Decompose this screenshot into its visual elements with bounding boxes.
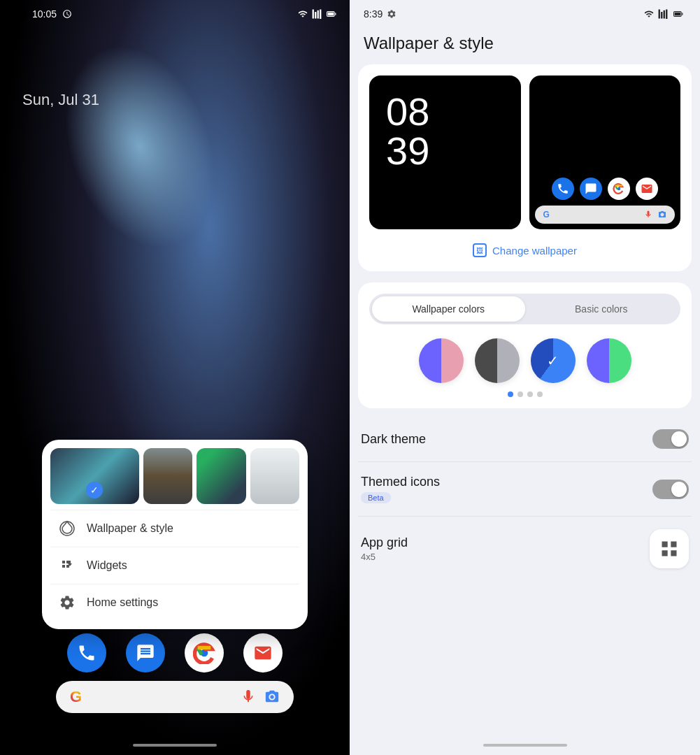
signal-icon	[312, 9, 322, 19]
mini-search-bar: G	[535, 206, 676, 224]
lock-screen-preview: 0839	[369, 76, 521, 229]
thumb-check: ✓	[86, 482, 103, 498]
app-grid-label-group: App grid 4x5	[361, 535, 408, 562]
mini-app-row	[535, 178, 676, 200]
app-row	[67, 633, 283, 673]
app-grid-icon	[650, 529, 689, 568]
tab-basic-colors[interactable]: Basic colors	[525, 296, 678, 322]
context-menu: ✓ Wallpaper & style Widgets Home setting…	[42, 440, 308, 629]
thumb-2[interactable]	[143, 448, 192, 504]
google-logo: G	[70, 688, 82, 706]
wallpaper-preview-card: 0839	[358, 64, 692, 271]
alarm-icon	[62, 9, 72, 19]
color-swatch-2[interactable]	[475, 338, 520, 383]
dark-theme-label-group: Dark theme	[361, 432, 426, 447]
dot-2	[517, 391, 523, 397]
thumb-4[interactable]	[250, 448, 299, 504]
gmail-app-icon[interactable]	[243, 633, 283, 673]
themed-icons-label-group: Themed icons Beta	[361, 475, 440, 503]
themed-icons-row: Themed icons Beta	[358, 462, 692, 517]
menu-item-home-settings[interactable]: Home settings	[50, 584, 299, 621]
messages-app-icon[interactable]	[126, 633, 165, 673]
color-swatches: ✓	[369, 338, 680, 383]
camera-dot	[11, 6, 27, 22]
left-date: Sun, Jul 31	[22, 91, 99, 109]
swatch-selected-check: ✓	[531, 338, 576, 383]
wallpaper-thumbnails: ✓	[50, 448, 299, 504]
color-tabs: Wallpaper colors Basic colors	[369, 294, 680, 324]
beta-badge: Beta	[361, 492, 391, 503]
page-title: Wallpaper & style	[350, 28, 700, 64]
app-grid-label: App grid	[361, 535, 408, 550]
menu-item-widgets[interactable]: Widgets	[50, 547, 299, 584]
dot-4	[537, 391, 543, 397]
right-battery-icon	[671, 9, 686, 19]
right-time: 8:39	[364, 8, 397, 20]
color-section: Wallpaper colors Basic colors ✓	[358, 282, 692, 408]
change-wallpaper-label: Change wallpaper	[492, 245, 577, 257]
settings-section: Dark theme Themed icons Beta App grid 4x…	[350, 417, 700, 581]
settings-icon	[59, 594, 76, 611]
home-screen-dock: G	[535, 178, 676, 224]
palette-icon	[59, 520, 76, 537]
color-swatch-1[interactable]	[419, 338, 464, 383]
change-wallpaper-button[interactable]: 🖼 Change wallpaper	[369, 240, 680, 260]
right-status-bar: 8:39	[350, 0, 700, 28]
color-swatch-3[interactable]: ✓	[531, 338, 576, 383]
dark-theme-label: Dark theme	[361, 432, 426, 447]
svg-rect-1	[328, 13, 334, 16]
tab-wallpaper-colors[interactable]: Wallpaper colors	[372, 296, 525, 322]
wifi-icon	[297, 9, 309, 19]
pagination-dots	[369, 391, 680, 397]
mini-messages-icon	[580, 178, 602, 200]
mini-gmail-icon	[636, 178, 658, 200]
thumb-3[interactable]	[197, 448, 245, 504]
camera-search-icon[interactable]	[264, 689, 280, 705]
app-grid-sub: 4x5	[361, 552, 408, 562]
thumb-1[interactable]: ✓	[50, 448, 139, 504]
menu-item-wallpaper[interactable]: Wallpaper & style	[50, 510, 299, 547]
right-status-icons	[643, 9, 686, 19]
widgets-menu-label: Widgets	[87, 559, 127, 572]
dot-3	[527, 391, 533, 397]
widgets-icon	[59, 557, 76, 574]
home-settings-label: Home settings	[87, 596, 158, 609]
preview-screens: 0839	[369, 76, 680, 229]
mic-icon[interactable]	[241, 689, 256, 705]
dark-theme-row: Dark theme	[358, 417, 692, 462]
left-status-bar: 10:05	[0, 0, 350, 28]
phone-app-icon[interactable]	[67, 633, 106, 673]
left-time: 10:05	[32, 8, 57, 20]
themed-icons-toggle[interactable]	[652, 480, 689, 499]
mini-chrome-icon	[608, 178, 630, 200]
dark-theme-toggle[interactable]	[652, 429, 689, 449]
themed-icons-label: Themed icons	[361, 475, 440, 489]
color-swatch-4[interactable]	[587, 338, 631, 383]
left-status-icons	[297, 9, 338, 19]
wallpaper-btn-icon: 🖼	[473, 243, 487, 257]
right-signal-icon	[658, 9, 668, 19]
svg-rect-5	[675, 13, 680, 16]
dot-1	[508, 391, 513, 397]
wallpaper-menu-label: Wallpaper & style	[87, 522, 173, 535]
bottom-dock: G	[0, 633, 350, 713]
home-screen-preview: G	[529, 76, 681, 229]
settings-status-icon	[387, 9, 397, 19]
lock-screen-clock: 0839	[369, 76, 521, 187]
right-wifi-icon	[643, 9, 655, 19]
left-search-bar[interactable]: G	[56, 681, 294, 713]
chrome-app-icon[interactable]	[185, 633, 224, 673]
right-panel: 8:39 Wallpaper & style 0839	[350, 0, 700, 755]
battery-icon	[324, 9, 338, 19]
mini-phone-icon	[552, 178, 574, 200]
left-home-indicator	[133, 744, 217, 747]
app-grid-row[interactable]: App grid 4x5	[358, 517, 692, 581]
left-panel: 10:05 Sun, Jul 31 ✓ Wallpaper & style	[0, 0, 350, 755]
right-home-indicator	[483, 744, 567, 747]
